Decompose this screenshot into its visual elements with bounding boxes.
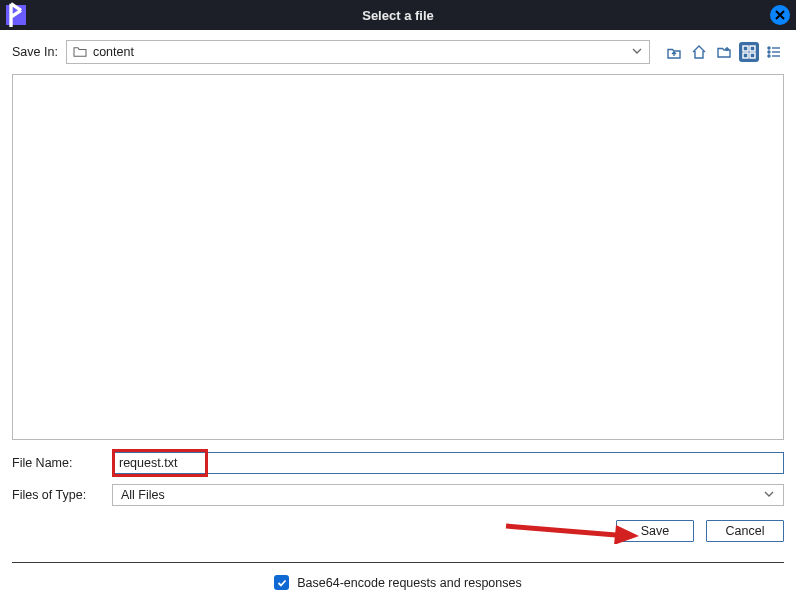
new-folder-button[interactable] [714,42,734,62]
file-listing-area[interactable] [12,74,784,440]
svg-rect-1 [750,46,755,51]
chevron-down-icon [631,43,643,61]
svg-rect-2 [743,53,748,58]
grid-view-button[interactable] [739,42,759,62]
files-of-type-selector[interactable]: All Files [112,484,784,506]
save-in-label: Save In: [12,45,58,59]
svg-rect-3 [750,53,755,58]
svg-point-6 [768,55,770,57]
list-view-button[interactable] [764,42,784,62]
home-button[interactable] [689,42,709,62]
up-folder-button[interactable] [664,42,684,62]
save-in-path: content [93,45,625,59]
file-name-input[interactable] [112,452,784,474]
chevron-down-icon [763,488,775,503]
svg-point-5 [768,51,770,53]
folder-icon [73,46,87,58]
file-name-label: File Name: [12,456,112,470]
base64-encode-checkbox[interactable] [274,575,289,590]
window-title: Select a file [0,8,796,23]
base64-encode-label: Base64-encode requests and responses [297,576,521,590]
save-button[interactable]: Save [616,520,694,542]
cancel-button[interactable]: Cancel [706,520,784,542]
divider [12,562,784,563]
close-button[interactable] [770,5,790,25]
svg-rect-0 [743,46,748,51]
files-of-type-label: Files of Type: [12,488,112,502]
svg-line-7 [506,526,616,535]
svg-point-4 [768,47,770,49]
app-icon [6,5,26,25]
files-of-type-value: All Files [121,488,763,502]
save-in-selector[interactable]: content [66,40,650,64]
titlebar: Select a file [0,0,796,30]
